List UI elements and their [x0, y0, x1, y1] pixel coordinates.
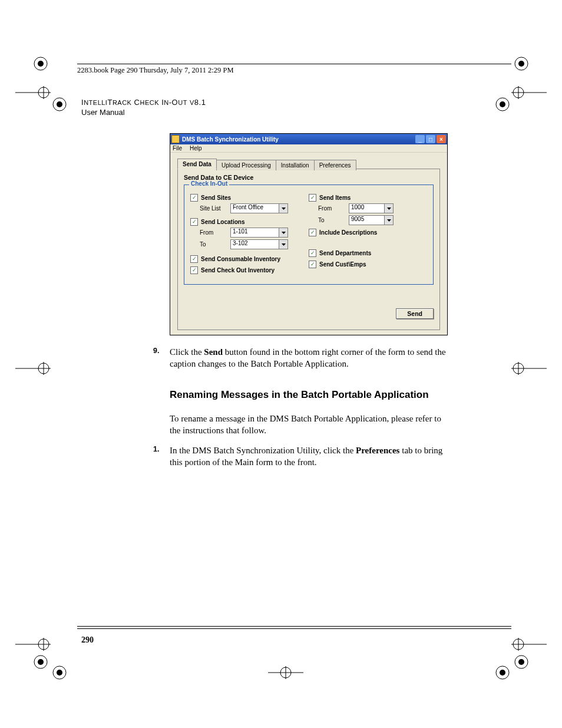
tab-preferences[interactable]: Preferences — [314, 160, 356, 170]
tab-installation[interactable]: Installation — [276, 160, 315, 170]
header-rule — [77, 64, 511, 64]
svg-point-8 — [518, 61, 524, 67]
checkbox-send-checkout[interactable] — [190, 266, 198, 274]
chevron-down-icon — [384, 216, 393, 225]
label-site-list: Site List — [190, 205, 230, 212]
send-button[interactable]: Send — [396, 308, 434, 319]
label-send-checkout: Send Check Out Inventory — [201, 267, 275, 274]
maximize-button[interactable]: □ — [426, 135, 435, 143]
step-1: 1. In the DMS Batch Synchronization Util… — [170, 444, 447, 469]
svg-marker-40 — [387, 207, 391, 210]
svg-point-36 — [500, 670, 505, 676]
svg-point-31 — [518, 659, 524, 665]
chevron-down-icon — [384, 204, 393, 213]
footer-rules — [77, 626, 511, 629]
crop-mark-icon — [268, 665, 303, 680]
checkbox-send-departments[interactable] — [309, 249, 316, 257]
svg-marker-39 — [282, 243, 286, 246]
crop-mark-icon — [15, 361, 51, 376]
reg-mark-icon — [33, 56, 48, 71]
app-icon — [171, 135, 180, 143]
reg-mark-icon — [52, 97, 67, 112]
groupbox-check-in-out: Check In-Out Send Sites Site List — [184, 185, 434, 285]
svg-marker-38 — [282, 232, 286, 234]
app-screenshot: DMS Batch Synchronization Utility _ □ × … — [170, 133, 448, 335]
combo-loc-from[interactable]: 1-101 — [230, 228, 288, 238]
svg-point-6 — [57, 101, 62, 107]
label-send-consumable: Send Consumable Inventory — [201, 256, 280, 262]
step-1-text-a: In the DMS Batch Synchronization Utility… — [170, 446, 356, 455]
reg-mark-icon — [52, 665, 67, 680]
product-title: INTELLITRACK CHECK IN-OUT V8.1 — [81, 98, 482, 107]
reg-mark-icon — [495, 665, 510, 680]
svg-point-13 — [500, 101, 505, 107]
combo-item-from-value: 1000 — [349, 204, 384, 213]
reg-mark-icon — [33, 654, 48, 670]
svg-point-26 — [57, 670, 62, 676]
combo-site-list-value: Front Office — [231, 204, 279, 213]
combo-item-to[interactable]: 9005 — [349, 215, 394, 225]
chevron-down-icon — [279, 204, 287, 213]
reg-mark-icon — [495, 97, 510, 112]
tab-strip: Send Data Upload Processing Installation… — [177, 159, 440, 169]
step-9-bold: Send — [204, 347, 223, 357]
checkbox-include-descriptions[interactable] — [309, 229, 316, 236]
combo-site-list[interactable]: Front Office — [230, 203, 288, 213]
label-loc-to: To — [190, 241, 230, 248]
tab-send-data[interactable]: Send Data — [177, 159, 217, 169]
titlebar: DMS Batch Synchronization Utility _ □ × — [170, 134, 447, 144]
chevron-down-icon — [279, 240, 287, 249]
tab-upload-processing[interactable]: Upload Processing — [216, 160, 276, 170]
crop-mark-icon — [511, 361, 547, 376]
label-item-to: To — [309, 217, 349, 223]
svg-marker-41 — [387, 219, 391, 222]
heading-renaming-messages: Renaming Messages in the Batch Portable … — [170, 389, 447, 401]
chevron-down-icon — [279, 228, 287, 237]
checkbox-send-custemps[interactable] — [309, 261, 316, 268]
close-button[interactable]: × — [437, 135, 446, 143]
tab-page-send-data: Send Data to CE Device Check In-Out Send… — [177, 169, 440, 330]
page-number: 290 — [81, 635, 94, 645]
reg-mark-icon — [514, 56, 529, 71]
label-loc-from: From — [190, 229, 230, 236]
minimize-button[interactable]: _ — [415, 135, 425, 143]
reg-mark-icon — [514, 654, 529, 670]
label-send-sites: Send Sites — [201, 195, 231, 201]
label-item-from: From — [309, 205, 349, 212]
groupbox-legend: Check In-Out — [189, 180, 229, 187]
book-header-line: 2283.book Page 290 Thursday, July 7, 201… — [77, 66, 234, 75]
crop-mark-icon — [511, 85, 547, 100]
label-send-items: Send Items — [319, 195, 351, 201]
crop-mark-icon — [511, 637, 547, 652]
svg-marker-37 — [282, 207, 286, 210]
menu-help[interactable]: Help — [190, 145, 202, 151]
label-send-locations: Send Locations — [201, 219, 244, 225]
label-include-descriptions: Include Descriptions — [319, 229, 377, 236]
combo-loc-to-value: 3-102 — [231, 240, 279, 249]
svg-point-1 — [38, 61, 44, 67]
crop-mark-icon — [15, 85, 51, 100]
combo-item-to-value: 9005 — [349, 216, 384, 225]
window-title: DMS Batch Synchronization Utility — [182, 136, 279, 143]
svg-point-21 — [38, 659, 44, 665]
combo-item-from[interactable]: 1000 — [349, 203, 394, 213]
crop-mark-icon — [15, 637, 51, 652]
step-9: 9. Click the Send button found in the bo… — [170, 346, 447, 370]
label-send-departments: Send Departments — [319, 250, 371, 256]
step-9-number: 9. — [153, 346, 159, 356]
step-1-number: 1. — [153, 444, 159, 454]
checkbox-send-locations[interactable] — [190, 218, 198, 226]
step-9-text-a: Click the — [170, 347, 204, 357]
menu-file[interactable]: File — [173, 145, 182, 151]
combo-loc-to[interactable]: 3-102 — [230, 239, 288, 249]
menubar: File Help — [170, 144, 447, 153]
checkbox-send-items[interactable] — [309, 194, 316, 202]
checkbox-send-sites[interactable] — [190, 194, 198, 202]
combo-loc-from-value: 1-101 — [231, 228, 279, 237]
paragraph-rename-intro: To rename a message in the DMS Batch Por… — [170, 413, 447, 437]
label-send-custemps: Send Cust\Emps — [319, 261, 366, 268]
step-1-bold: Preferences — [356, 446, 399, 455]
checkbox-send-consumable[interactable] — [190, 255, 198, 263]
product-subtitle: User Manual — [81, 108, 482, 117]
